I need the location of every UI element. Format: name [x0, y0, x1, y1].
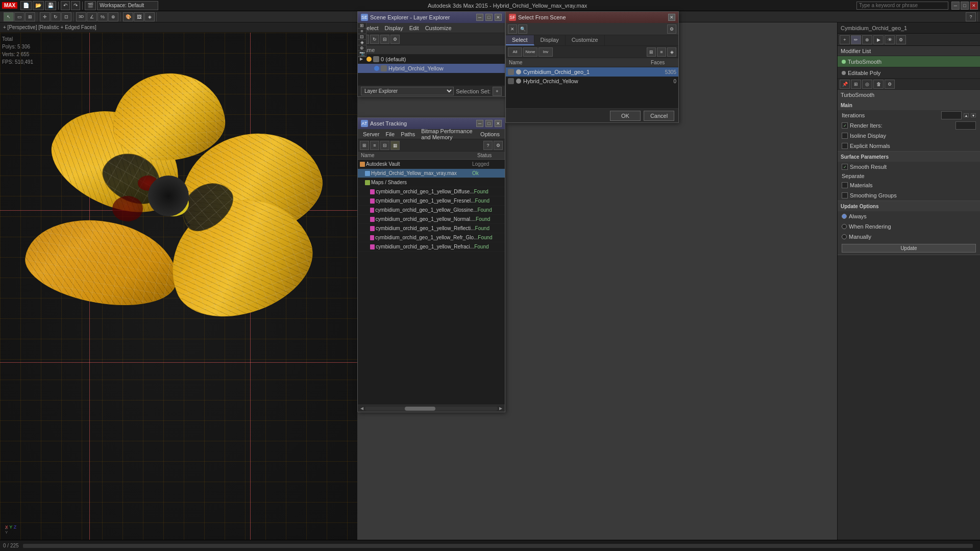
iterations-spin-down[interactable]: ▼: [971, 113, 976, 117]
layer-vis-orchid[interactable]: [381, 65, 387, 71]
modifier-item-editablepoly[interactable]: Editable Poly: [838, 67, 980, 79]
render-iters-input[interactable]: 2: [955, 121, 976, 130]
side-tool-5[interactable]: ⊕: [358, 45, 366, 51]
side-tool-3[interactable]: ⊟: [358, 34, 366, 40]
layer-row-default[interactable]: ▶ 0 (default): [358, 55, 505, 64]
render-btn[interactable]: 🎨: [123, 12, 133, 21]
new-btn[interactable]: 📄: [20, 1, 32, 10]
utility-panel-btn[interactable]: ⚙: [896, 35, 906, 44]
at-menu-file[interactable]: File: [382, 130, 398, 138]
pin-stack-btn[interactable]: 📌: [840, 80, 850, 89]
search-input[interactable]: [856, 2, 948, 10]
close-btn[interactable]: ✕: [970, 2, 978, 10]
sfs-color-filter-btn[interactable]: ◈: [667, 47, 676, 57]
smoothing-groups-checkbox[interactable]: [842, 192, 848, 198]
asset-row-glossine[interactable]: cymbidium_orchid_geo_1_yellow_Glossine..…: [358, 206, 505, 215]
side-tool-6[interactable]: 📷: [358, 51, 366, 57]
sfs-tab-select[interactable]: Select: [506, 35, 534, 45]
hscroll-left-arrow[interactable]: ◀: [359, 406, 365, 411]
sfs-layer-filter-btn[interactable]: ≡: [657, 47, 666, 57]
sfs-ok-btn[interactable]: OK: [610, 111, 641, 121]
sfs-cancel-btn[interactable]: Cancel: [644, 111, 674, 121]
move-btn[interactable]: ✛: [40, 12, 50, 21]
motion-panel-btn[interactable]: ▶: [873, 35, 884, 44]
hscroll-thumb[interactable]: [405, 407, 435, 411]
redo-btn[interactable]: ↷: [71, 1, 80, 10]
iterations-input[interactable]: 0: [941, 111, 962, 119]
at-grid-btn4[interactable]: ▦: [390, 141, 400, 150]
asset-row-maps[interactable]: Maps / Shaders: [358, 178, 505, 187]
layer-row-orchid[interactable]: Hybrid_Orchid_Yellow: [358, 64, 505, 73]
asset-row-normal[interactable]: cymbidium_orchid_geo_1_yellow_Normal....…: [358, 215, 505, 224]
asset-tracking-minimize-btn[interactable]: ─: [476, 120, 483, 127]
maximize-btn[interactable]: □: [961, 2, 969, 10]
select-window-btn[interactable]: ⊞: [25, 12, 35, 21]
surface-section-header[interactable]: Surface Parameters: [838, 152, 980, 162]
asset-hscroll[interactable]: ◀ ▶: [358, 405, 505, 412]
materials-checkbox[interactable]: [842, 182, 848, 188]
hscroll-right-arrow[interactable]: ▶: [498, 406, 504, 411]
at-grid-btn3[interactable]: ⊟: [380, 141, 389, 150]
sfs-none-btn[interactable]: None: [523, 47, 537, 57]
workspace-btn[interactable]: Workspace: Default: [97, 1, 158, 10]
sfs-invert-btn[interactable]: Inv: [538, 47, 553, 57]
minimize-btn[interactable]: ─: [951, 2, 960, 10]
select-region-btn[interactable]: ▭: [14, 12, 24, 21]
sfs-tab-customize[interactable]: Customize: [566, 35, 605, 45]
snap-3d-btn[interactable]: 3D: [76, 12, 86, 21]
update-section-header[interactable]: Update Options: [838, 201, 980, 211]
asset-row-refraci[interactable]: cymbidium_orchid_geo_1_yellow_Refraci...…: [358, 242, 505, 252]
asset-row-diffuse[interactable]: cymbidium_orchid_geo_1_yellow_Diffuse...…: [358, 187, 505, 196]
at-menu-server[interactable]: Server: [360, 130, 382, 138]
help-btn[interactable]: ?: [966, 12, 976, 21]
asset-scroll-area[interactable]: Autodesk Vault Logged Hybrid_Orchid_Yell…: [358, 160, 505, 405]
sfs-close-x-btn[interactable]: ✕: [508, 24, 517, 34]
layer-explorer-dropdown[interactable]: Layer Explorer: [361, 87, 454, 95]
update-button[interactable]: Update: [842, 244, 976, 253]
layer-vis-default[interactable]: [373, 56, 379, 62]
hscroll-track[interactable]: [365, 407, 498, 411]
manually-radio[interactable]: [842, 234, 847, 239]
percent-snap-btn[interactable]: %: [97, 12, 108, 21]
side-tool-1[interactable]: ⊞: [358, 23, 366, 29]
scene-explorer-minimize-btn[interactable]: ─: [476, 14, 483, 21]
undo-btn[interactable]: ↶: [61, 1, 70, 10]
sfs-type-filter-btn[interactable]: ⊞: [647, 47, 656, 57]
rotate-btn[interactable]: ↻: [51, 12, 61, 21]
at-grid-btn2[interactable]: ≡: [370, 141, 379, 150]
isoline-checkbox[interactable]: [842, 133, 848, 139]
main-section-header[interactable]: TurboSmooth: [838, 90, 980, 100]
sfs-all-btn[interactable]: All: [508, 47, 522, 57]
params-scroll[interactable]: TurboSmooth Main Iterations 0 ▲ ▼ ✓ Rend…: [838, 90, 980, 540]
asset-row-maxfile[interactable]: Hybrid_Orchid_Yellow_max_vray.max Ok: [358, 169, 505, 178]
modifier-item-turbosmooth[interactable]: TurboSmooth: [838, 56, 980, 67]
render-frame-btn[interactable]: 🖼: [134, 12, 144, 21]
spinner-snap-btn[interactable]: ⊕: [108, 12, 118, 21]
scene-explorer-restore-btn[interactable]: □: [485, 14, 493, 21]
modify-panel-btn[interactable]: ✏: [851, 35, 861, 44]
side-tool-2[interactable]: ≡: [358, 29, 366, 34]
save-btn[interactable]: 💾: [45, 1, 56, 10]
sfs-find-btn[interactable]: 🔍: [518, 24, 527, 34]
make-unique-btn[interactable]: ◎: [862, 80, 872, 89]
at-settings-btn[interactable]: ⚙: [494, 141, 503, 150]
asset-row-reflecti[interactable]: cymbidium_orchid_geo_1_yellow_Reflecti..…: [358, 224, 505, 233]
scene-explorer-close-btn[interactable]: ✕: [495, 14, 502, 21]
asset-tracking-restore-btn[interactable]: □: [485, 120, 493, 127]
se-refresh-btn[interactable]: ↻: [370, 35, 379, 44]
viewport[interactable]: + [Perspective] [Realistic + Edged Faces…: [0, 22, 357, 540]
remove-modifier-btn[interactable]: 🗑: [873, 80, 884, 89]
sfs-settings-btn[interactable]: ⚙: [667, 24, 676, 34]
create-panel-btn[interactable]: +: [840, 35, 850, 44]
at-menu-bitmap[interactable]: Bitmap Performance and Memory: [418, 127, 477, 141]
sfs-tab-display[interactable]: Display: [534, 35, 566, 45]
se-menu-customize[interactable]: Customize: [422, 24, 455, 32]
show-end-result-btn[interactable]: ⊞: [851, 80, 861, 89]
se-footer-btn[interactable]: +: [493, 87, 502, 96]
se-menu-edit[interactable]: Edit: [406, 24, 422, 32]
se-filter-btn[interactable]: ⊟: [380, 35, 389, 44]
display-panel-btn[interactable]: 👁: [885, 35, 895, 44]
configure-btn[interactable]: ⚙: [885, 80, 895, 89]
when-rendering-radio[interactable]: [842, 224, 847, 229]
layer-expand-orchid[interactable]: [368, 66, 373, 71]
